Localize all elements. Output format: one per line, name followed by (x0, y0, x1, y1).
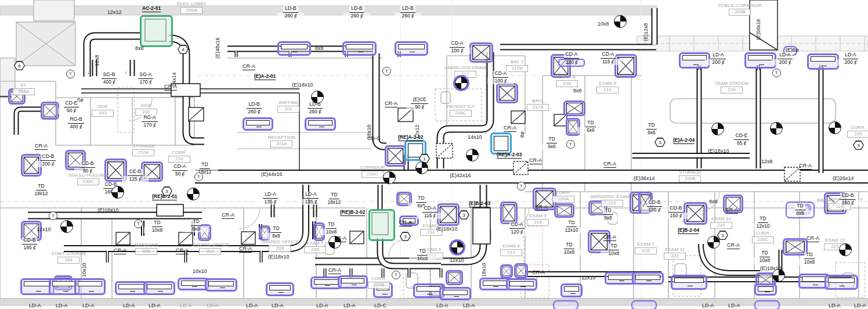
text-highlight-pill[interactable] (631, 300, 657, 309)
device-label: TD10x8 (556, 242, 583, 256)
highlighted-target-symbol[interactable] (455, 77, 468, 89)
linear-diffuser-highlight[interactable] (807, 53, 839, 70)
linear-diffuser-highlight[interactable] (506, 278, 537, 290)
diffuser-slot (118, 284, 144, 289)
room-number: 200B (729, 9, 751, 16)
room-name: WAITING (277, 100, 299, 106)
room-name: MANAGER (135, 242, 158, 248)
device-label: SG-B400 ȼ (96, 72, 122, 85)
diffuser-tick (493, 286, 498, 289)
target-symbol (60, 220, 73, 233)
room-tag: WAITING201 (277, 100, 299, 113)
linear-diffuser-highlight[interactable] (560, 283, 583, 297)
highlighted-target-symbol[interactable] (451, 241, 464, 254)
room-tag: BARIATRIC EXAM 6215 (591, 194, 634, 207)
device-name: RG-A (142, 115, 157, 122)
room-number: 210B (368, 282, 390, 289)
target-symbol (111, 186, 124, 199)
duct-size-label: CR-A (504, 125, 516, 132)
device-name: TD (200, 162, 209, 169)
diffuser-slot (398, 44, 425, 49)
linear-diffuser-highlight[interactable] (205, 278, 237, 292)
diffuser-slot (269, 285, 291, 290)
ceiling-diffuser-highlight[interactable] (496, 83, 518, 103)
device-label: TD6x6 (638, 123, 665, 136)
linear-diffuser-highlight[interactable] (305, 117, 336, 131)
duct-size-label: LD-A (180, 303, 192, 308)
ac-unit-highlight-green[interactable] (368, 209, 395, 241)
linear-diffuser-highlight[interactable] (754, 283, 777, 296)
ceiling-diffuser-highlight[interactable] (385, 145, 406, 167)
linear-diffuser-highlight[interactable] (243, 117, 273, 131)
room-name: EXAM 7 (635, 242, 657, 247)
diffuser-glyph (471, 44, 491, 61)
device-label: CD-A100 ȼ (444, 41, 471, 54)
ceiling-diffuser-highlight[interactable] (554, 203, 574, 218)
duct-size-label: 10x10 (82, 263, 87, 277)
diffuser-tick (89, 291, 94, 293)
ceiling-diffuser-highlight[interactable] (41, 102, 59, 120)
duct-size-label: (E)18x10 (436, 227, 458, 232)
room-name: CORR. (368, 276, 390, 282)
room-name: EXAM 10 (710, 216, 732, 222)
room-tag: ELEV. LOBBY200A (177, 1, 207, 14)
diffuser-tick (759, 64, 764, 67)
linear-diffuser-highlight[interactable] (178, 278, 209, 290)
linear-diffuser-highlight[interactable] (74, 278, 106, 295)
ceiling-diffuser-highlight[interactable] (563, 100, 585, 116)
linear-diffuser-highlight[interactable] (143, 281, 175, 295)
linear-diffuser-highlight[interactable] (605, 272, 636, 285)
duct-size-label: (E)12x8 (643, 23, 649, 41)
target-symbol (328, 236, 341, 249)
ceiling-diffuser-highlight[interactable] (469, 42, 493, 63)
ceiling-diffuser-highlight[interactable] (446, 270, 463, 285)
linear-diffuser-highlight[interactable] (439, 287, 471, 300)
diffuser-tick (382, 294, 388, 296)
linear-diffuser-highlight[interactable] (115, 281, 147, 295)
linear-diffuser-highlight[interactable] (395, 41, 428, 56)
diffuser-slot (608, 275, 632, 280)
room-name: CORR. (847, 125, 868, 131)
linear-diffuser-highlight[interactable] (277, 41, 311, 56)
diffuser-slot (483, 281, 507, 286)
linear-diffuser-highlight[interactable] (266, 282, 294, 296)
diffuser-slot (682, 55, 707, 60)
text-highlight-pill[interactable] (553, 300, 578, 309)
room-number: 220A (552, 196, 574, 203)
duct-size-label: LD-A (316, 303, 328, 308)
linear-diffuser-highlight[interactable] (632, 272, 664, 285)
duct-size-label: LD-C (374, 303, 386, 308)
thermostat-tag: T (66, 70, 75, 78)
device-label: CD-B200 ȼ (35, 154, 62, 167)
ac-unit-highlight-green[interactable] (140, 15, 173, 47)
duct-size-label: CR-A (399, 220, 412, 227)
room-number: 207 (199, 248, 221, 255)
device-name: LD-B (400, 6, 415, 13)
device-label: CD-A115 ȼ (417, 206, 443, 219)
diffuser-tick (520, 286, 526, 289)
linear-diffuser-highlight[interactable] (824, 275, 858, 290)
linear-diffuser-highlight[interactable] (671, 275, 707, 290)
linear-diffuser-highlight[interactable] (310, 276, 342, 289)
device-label: CD-E50 ȼ (58, 100, 85, 114)
ceiling-diffuser-highlight[interactable] (500, 264, 513, 278)
device-label: LD-A135 ȼ (257, 192, 284, 205)
linear-diffuser-highlight[interactable] (338, 275, 368, 289)
diffuser-tick (358, 52, 363, 54)
room-tag: CORR.220C (752, 231, 774, 243)
diffuser-slot (758, 286, 773, 292)
room-tag: CORR.210 (168, 150, 190, 163)
device-label: LD-A200 ȼ (772, 52, 798, 66)
duct-size-label: (E)36x14 (634, 176, 655, 181)
linear-diffuser-highlight[interactable] (342, 41, 377, 56)
device-value: 65 ȼ (728, 140, 755, 146)
device-name: CD-A (601, 52, 616, 59)
device-name: TD (416, 196, 426, 203)
ceiling-diffuser-highlight[interactable] (514, 263, 528, 278)
diffuser-slot (748, 55, 773, 60)
duct-size-label: CR-A (243, 64, 255, 70)
text-highlight-pill[interactable] (754, 300, 780, 309)
duct-size-label: CR-A (532, 270, 545, 276)
duct-size-label: 12x10 (37, 227, 51, 232)
room-number: 206 (135, 248, 157, 255)
